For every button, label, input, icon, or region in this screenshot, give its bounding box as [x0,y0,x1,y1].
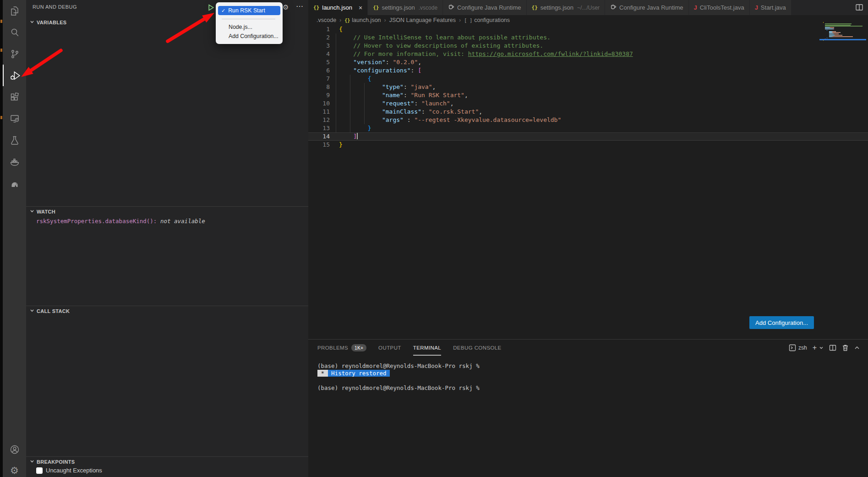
breakpoints-section-header[interactable]: BREAKPOINTS [26,457,308,467]
gradle-elephant-icon[interactable] [3,172,26,194]
line-number[interactable]: 15 [308,141,330,149]
docker-icon[interactable] [3,151,26,172]
code-text[interactable]: // Hover to view descriptions of existin… [330,42,543,50]
panel-tab-problems[interactable]: PROBLEMS1K+ [317,340,366,356]
line-number[interactable]: 14 [308,132,330,141]
run-and-debug-icon[interactable] [3,65,26,86]
line-number[interactable]: 6 [308,66,330,75]
code-line: 15} [308,141,868,149]
line-number[interactable]: 9 [308,91,330,99]
panel-tab-terminal[interactable]: TERMINAL [413,340,441,356]
maximize-panel-icon[interactable] [854,345,860,351]
start-debugging-play-icon[interactable] [207,4,215,13]
line-number[interactable]: 1 [308,25,330,33]
indent-guide [350,75,350,132]
panel-tab-debug-console[interactable]: DEBUG CONSOLE [453,340,502,356]
terminal-line [317,377,859,384]
accounts-icon[interactable] [3,439,26,460]
dropdown-selected-item[interactable]: ✓ Run RSK Start [218,6,280,15]
json-braces-icon: {} [313,5,319,11]
tab-label: launch.json [322,4,352,11]
editor-tab-CliToolsTest.java[interactable]: JCliToolsTest.java [689,0,750,15]
tab-label: Start.java [761,4,786,11]
kill-terminal-trash-icon[interactable] [842,344,849,351]
panel-tab-label: TERMINAL [413,345,441,351]
check-icon: ✓ [221,8,225,14]
terminal-output[interactable]: (base) reynoldmorel@Reynolds-MacBook-Pro… [317,362,859,392]
line-number[interactable]: 4 [308,50,330,58]
remote-explorer-icon[interactable] [3,108,26,129]
code-text[interactable]: // For more information, visit: https://… [330,50,633,58]
editor-tab-launch.json[interactable]: {}launch.json× [308,0,368,15]
code-line: 3 // Hover to view descriptions of exist… [308,42,868,50]
section-label: BREAKPOINTS [37,459,75,465]
call-stack-section-header[interactable]: CALL STACK [26,306,308,316]
breadcrumb-item-JSON Language Features[interactable]: JSON Language Features [389,17,456,23]
watch-section-header[interactable]: WATCH [26,207,308,217]
code-text[interactable]: // Use IntelliSense to learn about possi… [330,33,551,42]
editor-tab-Start.java[interactable]: JStart.java [750,0,792,15]
code-text[interactable]: "type": "java", [330,83,436,91]
activity-bar-bottom: ⚙ [3,439,26,477]
code-text[interactable]: "configurations": [ [330,66,421,75]
explorer-icon[interactable] [3,0,26,22]
line-number[interactable]: 5 [308,58,330,66]
settings-gear-icon[interactable]: ⚙ [3,460,26,477]
extensions-icon[interactable] [3,86,26,108]
problems-count-badge: 1K+ [351,344,366,351]
json-braces-icon: {} [373,5,379,11]
tab-label: settings.json [540,4,573,11]
line-number[interactable]: 13 [308,124,330,132]
dropdown-item-nodejs[interactable]: Node.js... [216,22,283,32]
split-terminal-icon[interactable] [829,344,836,351]
breadcrumb-item-launch.json[interactable]: {}launch.json [344,17,381,23]
code-text[interactable]: "name": "Run RSK Start", [330,91,468,99]
uncaught-exceptions-checkbox[interactable] [36,467,43,474]
code-text[interactable]: { [330,25,343,33]
section-label: CALL STACK [37,308,70,314]
panel-tab-output[interactable]: OUTPUT [378,340,401,356]
breadcrumb-item-.vscode[interactable]: .vscode [317,17,336,23]
run-config-dropdown: ✓ Run RSK Start Node.js... Add Configura… [216,2,283,44]
code-view: 1{2 // Use IntelliSense to learn about p… [308,25,868,149]
chevron-down-icon [30,459,34,465]
code-text[interactable]: "version": "0.2.0", [330,58,421,66]
more-actions-icon[interactable]: ⋯ [296,2,303,11]
split-editor-icon[interactable] [855,3,864,12]
editor-tab-Configure Java Runtime[interactable]: Configure Java Runtime [443,0,526,15]
editor-tab-Configure Java Runtime[interactable]: Configure Java Runtime [605,0,688,15]
line-number[interactable]: 2 [308,33,330,42]
editor-tab-settings.json[interactable]: {}settings.json.vscode [368,0,443,15]
line-number[interactable]: 3 [308,42,330,50]
line-number[interactable]: 7 [308,75,330,83]
source-control-icon[interactable] [3,43,26,65]
editor-tab-settings.json[interactable]: {}settings.json~/.../User [527,0,606,15]
dropdown-separator [222,19,275,19]
tab-label: Configure Java Runtime [457,4,521,11]
add-configuration-button[interactable]: Add Configuration... [749,316,814,329]
testing-flask-icon[interactable] [3,129,26,151]
code-text[interactable]: } [330,141,343,149]
dropdown-item-add-configuration[interactable]: Add Configuration... [216,32,283,41]
sidebar-title: RUN AND DEBUG [33,4,77,10]
indent-guide [336,33,336,132]
code-text[interactable]: "mainClass": "co.rsk.Start", [330,108,482,116]
code-text[interactable]: ] [330,132,358,141]
minimap[interactable] [823,22,862,86]
tab-label: CliToolsTest.java [700,4,744,11]
line-number[interactable]: 8 [308,83,330,91]
tab-close-icon[interactable]: × [359,4,362,11]
search-icon[interactable] [3,22,26,43]
breadcrumb-item-configurations[interactable]: [ ]configurations [464,17,510,23]
line-number[interactable]: 12 [308,116,330,124]
terminal-shell-selector[interactable]: zsh [789,344,807,351]
call-stack-section: CALL STACK [26,306,308,456]
line-number[interactable]: 10 [308,99,330,108]
new-terminal-icon[interactable]: + [813,344,824,351]
watch-expression-item[interactable]: rskSystemProperties.databaseKind(): not … [36,218,205,225]
line-number[interactable]: 11 [308,108,330,116]
breadcrumb: .vscode›{}launch.json›JSON Language Feat… [308,15,868,25]
code-text[interactable]: "request": "launch", [330,99,453,108]
java-file-icon: J [694,4,697,11]
debug-settings-gear-icon[interactable]: ⚙ [283,3,289,11]
